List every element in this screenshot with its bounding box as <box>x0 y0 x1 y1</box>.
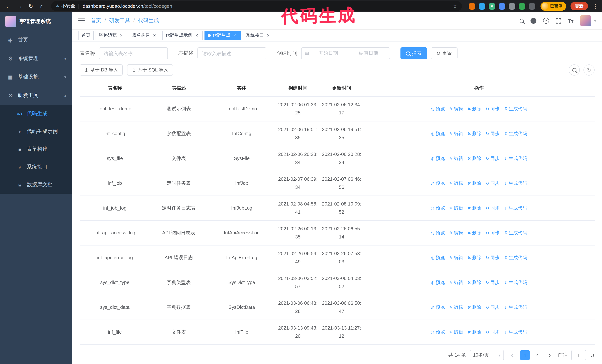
page-number[interactable]: 2 <box>532 350 542 360</box>
help-icon[interactable]: ? <box>543 18 549 24</box>
breadcrumb-item[interactable]: 首页 <box>91 17 101 24</box>
tab[interactable]: 首页 × <box>78 31 94 40</box>
table-action-link[interactable]: ◎ 预览 <box>431 130 445 138</box>
url-text[interactable]: dashboard.yudao.iocoder.cn/tool/codegen <box>83 3 450 9</box>
table-action-link[interactable]: ↻ 同步 <box>486 279 500 287</box>
table-action-link[interactable]: ↧ 生成代码 <box>504 130 527 138</box>
hamburger-menu-icon[interactable] <box>78 18 85 23</box>
table-action-link[interactable]: ↻ 同步 <box>486 204 500 212</box>
reload-button[interactable]: ↻ <box>26 1 36 11</box>
profile-paused-badge[interactable]: 已暂停 <box>540 2 566 10</box>
table-action-link[interactable]: ✎ 编辑 <box>449 204 463 212</box>
table-action-link[interactable]: ✖ 删除 <box>468 179 481 187</box>
goto-page-input[interactable] <box>571 350 586 360</box>
breadcrumb-item[interactable]: 研发工具 <box>101 17 130 24</box>
close-icon[interactable]: × <box>152 33 157 38</box>
table-action-link[interactable]: ↻ 同步 <box>486 105 500 113</box>
table-action-link[interactable]: ↻ 同步 <box>486 130 500 138</box>
table-action-link[interactable]: ↧ 生成代码 <box>504 105 527 113</box>
close-icon[interactable]: × <box>118 33 124 38</box>
sidebar-sub-item[interactable]: ▤ 数据库文档 <box>0 176 72 194</box>
reset-button[interactable]: ↻ 重置 <box>431 47 458 59</box>
font-size-icon[interactable]: TT <box>568 18 573 23</box>
search-button[interactable]: 搜索 <box>400 47 427 59</box>
table-action-link[interactable]: ↻ 同步 <box>486 154 500 163</box>
browser-menu-icon[interactable]: ⋮ <box>592 3 598 10</box>
sidebar-item[interactable]: ⚙ 系统管理 ▾ <box>0 49 72 68</box>
tab[interactable]: 系统接口 × <box>243 31 274 40</box>
table-action-link[interactable]: ✎ 编辑 <box>449 254 463 262</box>
table-action-link[interactable]: ↻ 同步 <box>486 229 500 237</box>
people-extension-icon[interactable] <box>499 3 505 10</box>
table-action-link[interactable]: ◎ 预览 <box>431 105 445 113</box>
orange-extension-icon[interactable] <box>469 3 475 10</box>
table-action-link[interactable]: ✎ 编辑 <box>449 328 463 336</box>
table-action-link[interactable]: ✎ 编辑 <box>449 130 463 138</box>
table-action-link[interactable]: ◎ 预览 <box>431 328 445 336</box>
table-action-link[interactable]: ✖ 删除 <box>468 254 481 262</box>
table-action-link[interactable]: ✖ 删除 <box>468 303 481 312</box>
table-action-link[interactable]: ✎ 编辑 <box>449 154 463 163</box>
table-action-link[interactable]: ✎ 编辑 <box>449 229 463 237</box>
import-sql-button[interactable]: ↥ 基于 SQL 导入 <box>127 64 173 75</box>
tab[interactable]: 代码生成 × <box>204 31 241 40</box>
table-action-link[interactable]: ↧ 生成代码 <box>504 204 527 212</box>
table-action-link[interactable]: ◎ 预览 <box>431 154 445 163</box>
vue-devtools-extension-icon[interactable]: V <box>489 3 495 10</box>
prev-page-button[interactable]: ‹ <box>507 350 516 360</box>
table-action-link[interactable]: ✖ 删除 <box>468 328 481 336</box>
table-action-link[interactable]: ↧ 生成代码 <box>504 179 527 187</box>
close-icon[interactable]: × <box>266 33 271 38</box>
breadcrumb-item[interactable]: 代码生成 <box>130 17 159 24</box>
table-action-link[interactable]: ◎ 预览 <box>431 303 445 312</box>
table-action-link[interactable]: ↻ 同步 <box>486 179 500 187</box>
table-desc-input[interactable] <box>197 47 266 59</box>
page-number[interactable]: 1 <box>520 350 530 360</box>
table-action-link[interactable]: ↧ 生成代码 <box>504 303 527 312</box>
table-action-link[interactable]: ✎ 编辑 <box>449 105 463 113</box>
table-action-link[interactable]: ↧ 生成代码 <box>504 328 527 336</box>
table-action-link[interactable]: ◎ 预览 <box>431 179 445 187</box>
table-action-link[interactable]: ✎ 编辑 <box>449 179 463 187</box>
create-time-range-picker[interactable]: ▦ 开始日期 - 结束日期 <box>301 47 390 59</box>
table-action-link[interactable]: ✖ 删除 <box>468 229 481 237</box>
close-icon[interactable]: × <box>232 33 237 38</box>
sidebar-item[interactable]: ▣ 基础设施 ▾ <box>0 68 72 86</box>
table-action-link[interactable]: ◎ 预览 <box>431 254 445 262</box>
sidebar-item[interactable]: ◉ 首页 <box>0 31 72 49</box>
table-action-link[interactable]: ↧ 生成代码 <box>504 229 527 237</box>
app-logo[interactable]: 芋道管理系统 <box>0 12 72 31</box>
security-label[interactable]: 不安全 <box>62 3 75 9</box>
toggle-search-button[interactable] <box>569 64 580 75</box>
forward-button[interactable]: → <box>15 1 24 11</box>
fullscreen-icon[interactable] <box>556 18 561 23</box>
puzzle-extension-icon[interactable] <box>529 3 535 10</box>
back-button[interactable]: ← <box>4 1 13 11</box>
table-action-link[interactable]: ↧ 生成代码 <box>504 254 527 262</box>
table-action-link[interactable]: ✖ 删除 <box>468 279 481 287</box>
table-name-input[interactable] <box>99 47 168 59</box>
bookmark-star-icon[interactable]: ☆ <box>452 3 458 10</box>
browser-home-button[interactable]: ⌂ <box>37 1 47 11</box>
table-action-link[interactable]: ↻ 同步 <box>486 303 500 312</box>
sidebar-sub-item[interactable]: ⇄ 系统接口 <box>0 158 72 176</box>
table-action-link[interactable]: ✖ 删除 <box>468 154 481 163</box>
table-action-link[interactable]: ✖ 删除 <box>468 130 481 138</box>
table-action-link[interactable]: ↻ 同步 <box>486 254 500 262</box>
refresh-table-button[interactable]: ↻ <box>583 64 595 75</box>
page-size-select[interactable]: 10条/页 ▾ <box>470 350 504 360</box>
table-action-link[interactable]: ✖ 删除 <box>468 105 481 113</box>
table-action-link[interactable]: ◎ 预览 <box>431 204 445 212</box>
tab[interactable]: 链路追踪 × <box>96 31 127 40</box>
close-icon[interactable]: × <box>194 33 199 38</box>
table-action-link[interactable]: ✎ 编辑 <box>449 303 463 312</box>
blue-drop-extension-icon[interactable] <box>479 3 485 10</box>
sidebar-sub-item[interactable]: </> 代码生成 <box>0 105 72 123</box>
sidebar-sub-item[interactable]: ▦ 表单构建 <box>0 140 72 158</box>
table-action-link[interactable]: ↧ 生成代码 <box>504 154 527 163</box>
table-action-link[interactable]: ✎ 编辑 <box>449 279 463 287</box>
next-page-button[interactable]: › <box>545 350 554 360</box>
search-icon[interactable] <box>520 19 524 23</box>
green-extension-icon[interactable] <box>519 3 525 10</box>
table-action-link[interactable]: ◎ 预览 <box>431 229 445 237</box>
